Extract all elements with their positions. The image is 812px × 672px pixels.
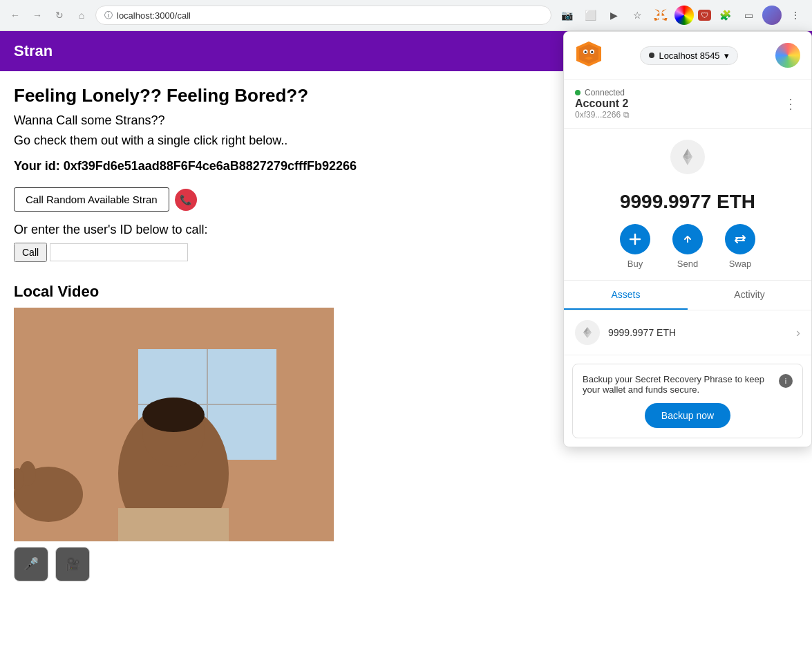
mm-account-section: Connected Account 2 0xf39...2266 ⧉ ⋮ <box>564 80 811 129</box>
user-avatar[interactable] <box>762 6 782 25</box>
screenshot-icon[interactable]: ⬜ <box>580 6 600 25</box>
mm-tab-activity[interactable]: Activity <box>688 281 811 310</box>
forward-button[interactable]: → <box>29 7 46 24</box>
mm-address-text: 0xf39...2266 <box>575 110 621 120</box>
video-container <box>14 308 334 541</box>
camera-icon[interactable]: 📷 <box>557 6 576 25</box>
shield-icon[interactable]: 🛡 <box>698 10 711 21</box>
menu-icon[interactable]: ⋮ <box>786 6 805 25</box>
cast-icon[interactable]: ▶ <box>604 6 623 25</box>
mm-account-info: Connected Account 2 0xf39...2266 ⧉ <box>575 88 630 120</box>
mm-network-dot <box>649 53 654 58</box>
mm-asset-chevron: › <box>796 326 800 340</box>
rainbow-icon[interactable] <box>674 6 694 25</box>
url-text: localhost:3000/call <box>117 10 191 21</box>
mm-tabs: Assets Activity <box>564 281 811 310</box>
svg-point-15 <box>585 51 587 53</box>
mm-buy-icon <box>620 224 650 254</box>
page-content: Stran Sign Out Profile Feeling Lonely?? … <box>0 31 812 672</box>
mm-eth-asset-icon <box>575 320 600 345</box>
mm-backup-button[interactable]: Backup now <box>645 403 730 428</box>
mm-backup-text: Backup your Secret Recovery Phrase to ke… <box>583 374 793 395</box>
star-icon[interactable]: ☆ <box>627 6 647 25</box>
svg-point-16 <box>591 51 593 53</box>
mm-eth-circle <box>670 140 705 174</box>
mm-header: Localhost 8545 ▾ <box>564 32 811 80</box>
mm-backup-banner: Backup your Secret Recovery Phrase to ke… <box>572 364 803 438</box>
mm-swap-button[interactable]: Swap <box>725 224 755 269</box>
mm-connected-status: Connected <box>575 88 630 97</box>
toolbar-actions: 📷 ⬜ ▶ ☆ 🛡 🧩 ▭ <box>557 6 805 25</box>
refresh-button[interactable]: ↻ <box>51 7 68 24</box>
video-placeholder <box>14 308 334 541</box>
home-button[interactable]: ⌂ <box>73 7 90 24</box>
mm-backup-desc: Backup your Secret Recovery Phrase to ke… <box>583 374 773 395</box>
mm-dropdown-icon: ▾ <box>724 50 729 61</box>
mm-connected-dot <box>575 90 580 95</box>
mm-asset-row[interactable]: 9999.9977 ETH › <box>564 310 811 355</box>
address-bar[interactable]: ⓘ localhost:3000/call <box>95 6 551 25</box>
call-input[interactable] <box>50 243 188 261</box>
app-title: Stran <box>14 42 53 59</box>
svg-marker-12 <box>579 44 598 64</box>
video-controls: 🎤 🎥 <box>14 547 798 581</box>
mm-actions: Buy Send Swap <box>564 224 811 281</box>
svg-point-6 <box>142 398 205 432</box>
metamask-fox-icon[interactable] <box>651 6 670 25</box>
mm-more-button[interactable]: ⋮ <box>781 93 800 115</box>
mm-network-selector[interactable]: Localhost 8545 ▾ <box>640 46 737 65</box>
mm-send-button[interactable]: Send <box>672 224 703 269</box>
video-svg <box>14 308 334 541</box>
mm-swap-icon <box>725 224 755 254</box>
mm-send-label: Send <box>677 259 698 269</box>
mm-info-icon: i <box>779 374 793 388</box>
camera-button[interactable]: 🎥 <box>55 547 90 581</box>
lock-icon: ⓘ <box>104 10 113 21</box>
mm-swap-label: Swap <box>729 259 752 269</box>
mm-balance: 9999.9977 ETH <box>564 185 811 224</box>
mm-account-avatar[interactable] <box>775 43 800 68</box>
mm-fox-logo <box>575 40 603 71</box>
mic-button[interactable]: 🎤 <box>14 547 48 581</box>
mm-send-icon <box>672 224 703 254</box>
mm-connected-label: Connected <box>585 88 625 97</box>
metamask-popup: Localhost 8545 ▾ Connected Account 2 0xf… <box>563 31 812 447</box>
call-button[interactable]: Call <box>14 243 47 262</box>
phone-icon: 📞 <box>175 189 197 211</box>
puzzle-icon[interactable]: 🧩 <box>715 6 735 25</box>
mm-account-name: Account 2 <box>575 97 630 110</box>
mm-network-label: Localhost 8545 <box>659 50 719 61</box>
back-button[interactable]: ← <box>7 7 23 24</box>
mm-account-address: 0xf39...2266 ⧉ <box>575 110 630 120</box>
call-random-button[interactable]: Call Random Available Stran <box>14 187 169 212</box>
mm-eth-icon <box>564 129 811 185</box>
browser-toolbar: ← → ↻ ⌂ ⓘ localhost:3000/call 📷 ⬜ ▶ ☆ <box>0 0 812 30</box>
mm-buy-button[interactable]: Buy <box>620 224 650 269</box>
mm-copy-icon[interactable]: ⧉ <box>623 110 630 120</box>
browser-chrome: ← → ↻ ⌂ ⓘ localhost:3000/call 📷 ⬜ ▶ ☆ <box>0 0 812 31</box>
mm-tab-assets[interactable]: Assets <box>564 281 688 310</box>
sidebar-icon[interactable]: ▭ <box>739 6 758 25</box>
mm-asset-amount: 9999.9977 ETH <box>608 327 796 338</box>
svg-rect-7 <box>118 508 229 541</box>
mm-buy-label: Buy <box>627 259 643 269</box>
